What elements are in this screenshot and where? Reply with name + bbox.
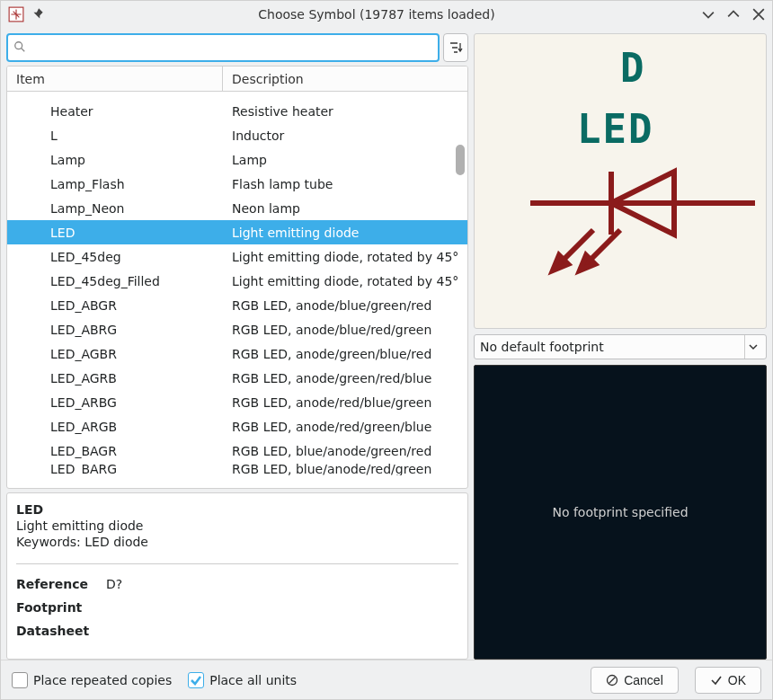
item-cell: Lamp_Flash [7, 177, 223, 191]
preview-name: LED [577, 106, 653, 152]
item-cell: LED_ABGR [7, 298, 223, 313]
symbol-table: Item Description HallGeneratorHall effec… [6, 66, 468, 489]
scrollbar-thumb[interactable] [456, 145, 465, 175]
detail-field: ReferenceD? [16, 577, 458, 591]
table-row[interactable]: LInductor [7, 123, 467, 147]
search-box[interactable] [6, 33, 440, 62]
desc-cell: RGB LED, anode/green/blue/red [223, 347, 467, 361]
detail-name: LED [16, 502, 458, 517]
desc-cell: RGB LED, anode/red/green/blue [223, 420, 467, 434]
detail-keywords: Keywords: LED diode [16, 535, 458, 549]
close-icon[interactable] [752, 8, 765, 21]
table-row[interactable]: LED_ABGRRGB LED, anode/blue/green/red [7, 293, 467, 317]
item-cell: LED_BAGR [7, 444, 223, 458]
desc-cell: RGB LED, blue/anode/red/green [223, 463, 467, 475]
table-row[interactable]: HeaterResistive heater [7, 99, 467, 123]
preview-ref: D [620, 46, 646, 91]
table-body[interactable]: HallGeneratorHall effect generatorHeater… [7, 92, 467, 488]
desc-cell: RGB LED, anode/blue/green/red [223, 298, 467, 313]
pin-icon[interactable] [30, 6, 46, 22]
footprint-preview: No footprint specified [474, 365, 767, 660]
table-header: Item Description [7, 66, 467, 92]
desc-cell: RGB LED, blue/anode/green/red [223, 444, 467, 458]
table-row[interactable]: LED_45degLight emitting diode, rotated b… [7, 244, 467, 269]
item-cell: LED_AGRB [7, 371, 223, 385]
place-repeated-label: Place repeated copies [33, 673, 172, 687]
detail-field: Datasheet [16, 624, 458, 638]
scrollbar[interactable] [454, 93, 466, 487]
place-repeated-checkbox[interactable]: Place repeated copies [12, 672, 172, 688]
desc-cell: RGB LED, anode/red/blue/green [223, 395, 467, 410]
table-row[interactable]: LED_ARBGRGB LED, anode/red/blue/green [7, 390, 467, 414]
item-cell: LED_ARBG [7, 395, 223, 410]
item-cell: LED_45deg_Filled [7, 274, 223, 288]
footprint-select-label: No default footprint [480, 340, 604, 354]
place-all-label: Place all units [209, 673, 297, 687]
table-row[interactable]: LED_45deg_FilledLight emitting diode, ro… [7, 269, 467, 293]
desc-cell: Light emitting diode [223, 226, 467, 240]
item-cell: L [7, 128, 223, 143]
dialog-window: Choose Symbol (19787 items loaded) [0, 0, 773, 700]
search-input[interactable] [31, 40, 432, 55]
table-row[interactable]: Lamp_NeonNeon lamp [7, 196, 467, 220]
table-row[interactable]: LED_AGBRRGB LED, anode/green/blue/red [7, 341, 467, 366]
table-row[interactable]: LampLamp [7, 147, 467, 172]
footprint-preview-text: No footprint specified [552, 505, 688, 519]
item-cell: Lamp [7, 153, 223, 167]
app-icon [8, 6, 24, 22]
table-row[interactable]: Lamp_FlashFlash lamp tube [7, 172, 467, 196]
chevron-down-icon [744, 335, 760, 359]
desc-cell: Light emitting diode, rotated by 45° [223, 250, 467, 264]
table-row[interactable]: LEDLight emitting diode [7, 220, 467, 244]
window-title: Choose Symbol (19787 items loaded) [51, 7, 702, 22]
desc-cell: Resistive heater [223, 104, 467, 119]
table-row[interactable]: LED_BAGRRGB LED, blue/anode/green/red [7, 439, 467, 463]
svg-line-10 [609, 677, 616, 683]
search-icon [13, 40, 26, 56]
desc-cell: Inductor [223, 128, 467, 143]
table-row[interactable]: LED_AGRBRGB LED, anode/green/red/blue [7, 366, 467, 390]
item-cell: Lamp_Neon [7, 201, 223, 216]
checkbox-unchecked-icon [12, 672, 28, 688]
desc-cell: RGB LED, anode/green/red/blue [223, 371, 467, 385]
table-row[interactable]: LED_ARGBRGB LED, anode/red/green/blue [7, 414, 467, 439]
table-row[interactable]: HallGeneratorHall effect generator [7, 92, 467, 99]
desc-cell: Light emitting diode, rotated by 45° [223, 274, 467, 288]
check-icon [710, 674, 723, 687]
item-cell: Heater [7, 104, 223, 119]
checkbox-checked-icon [188, 672, 204, 688]
item-cell: LED_ABRG [7, 323, 223, 337]
titlebar: Choose Symbol (19787 items loaded) [1, 1, 772, 28]
item-cell: LED_BARG [7, 463, 223, 475]
maximize-icon[interactable] [727, 8, 740, 21]
detail-panel: LED Light emitting diode Keywords: LED d… [6, 492, 468, 660]
ok-button[interactable]: OK [695, 667, 761, 694]
table-row[interactable]: LED_BARGRGB LED, blue/anode/red/green [7, 463, 467, 475]
column-description[interactable]: Description [223, 66, 467, 91]
place-all-checkbox[interactable]: Place all units [188, 672, 297, 688]
desc-cell: Lamp [223, 153, 467, 167]
cancel-icon [606, 674, 618, 687]
detail-field: Footprint [16, 600, 458, 615]
item-cell: LED_45deg [7, 250, 223, 264]
item-cell: LED [7, 226, 223, 240]
detail-desc: Light emitting diode [16, 518, 458, 533]
column-item[interactable]: Item [7, 66, 223, 91]
table-row[interactable]: LED_ABRGRGB LED, anode/blue/red/green [7, 317, 467, 341]
filter-button[interactable] [443, 33, 468, 62]
item-cell: LED_ARGB [7, 420, 223, 434]
desc-cell: Neon lamp [223, 201, 467, 216]
desc-cell: Flash lamp tube [223, 177, 467, 191]
item-cell: LED_AGBR [7, 347, 223, 361]
desc-cell: RGB LED, anode/blue/red/green [223, 323, 467, 337]
footer: Place repeated copies Place all units Ca… [1, 660, 772, 699]
footprint-select[interactable]: No default footprint [474, 334, 767, 359]
svg-point-1 [15, 41, 22, 49]
symbol-preview: D LED [474, 33, 767, 329]
minimize-icon[interactable] [702, 8, 715, 21]
cancel-button[interactable]: Cancel [591, 667, 679, 694]
